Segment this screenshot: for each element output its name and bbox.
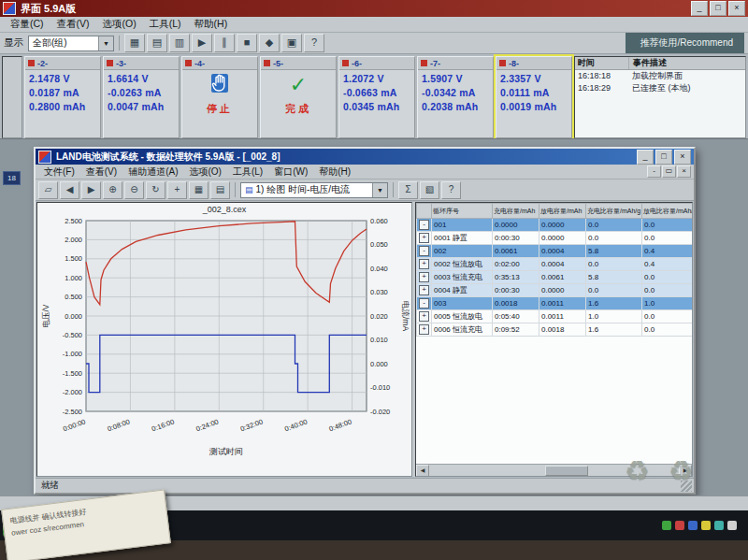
main-menu-item[interactable]: 选项(O) [96,17,143,32]
stats-icon[interactable]: Σ [398,181,418,199]
tray-icon[interactable] [727,521,737,530]
chart-plot[interactable]: 2.5002.0001.5001.0000.5000.000-0.500-1.0… [37,215,411,464]
expander-cell[interactable]: + [417,258,432,271]
mdi-close-button[interactable]: × [677,165,691,178]
child-menu-item[interactable]: 工具(L) [227,165,268,179]
child-minimize-button[interactable]: _ [637,150,654,165]
cycle-row[interactable]: -0010.00000.00000.00.0 [417,219,694,232]
expander-cell[interactable]: - [417,297,432,310]
cycle-row[interactable]: -0030.00180.00111.61.0 [417,297,694,310]
channel-panel-5[interactable]: -5-✓完成 [260,56,337,138]
tray-icon[interactable] [701,521,711,530]
step-row[interactable]: +0006 恒流充电0:09:520.00181.60.0 [417,323,694,337]
expand-icon[interactable]: + [419,272,429,282]
step-row[interactable]: +0003 恒流充电0:35:130.00615.80.0 [417,271,694,284]
tray-icon[interactable] [662,521,671,530]
channel-panel-6[interactable]: -6-1.2072 V-0.0663 mA0.0345 mAh [338,56,415,138]
child-menu-item[interactable]: 帮助(H) [313,165,356,179]
step-row[interactable]: +0004 静置0:00:300.00000.00.0 [417,284,694,297]
child-menu-item[interactable]: 窗口(W) [268,165,313,179]
monitor-icon[interactable]: ▦ [124,34,145,52]
expander-cell[interactable]: + [417,323,432,337]
expander-cell[interactable]: + [417,310,432,323]
collapse-icon[interactable]: - [419,220,429,230]
chart-icon[interactable]: ▤ [147,34,167,52]
close-button[interactable]: × [728,1,745,16]
tray-icon[interactable] [675,521,684,530]
expander-cell[interactable]: - [417,245,432,258]
event-log-row[interactable]: 16:18:29已连接至 (本地) [575,82,745,94]
column-header[interactable]: 循环序号 [432,204,493,219]
child-menu-item[interactable]: 辅助通道(A) [122,165,183,179]
pause-icon[interactable]: ∥ [214,34,235,52]
step-row[interactable]: +0002 恒流放电0:02:000.00040.00.4 [417,258,694,271]
table-icon[interactable]: ▤ [210,181,230,199]
tray-icon[interactable] [688,521,698,530]
expander-cell[interactable]: - [417,219,432,232]
crosshair-icon[interactable]: + [167,181,187,199]
minimize-button[interactable]: _ [691,1,708,16]
event-description-header[interactable]: 事件描述 [629,57,745,69]
print-icon[interactable]: ▣ [281,34,302,52]
expander-cell[interactable]: + [417,271,432,284]
main-menu-item[interactable]: 帮助(H) [188,17,235,32]
expand-icon[interactable]: + [419,285,429,295]
zoom-in-icon[interactable]: ⊕ [103,181,122,199]
expand-icon[interactable]: + [419,233,429,243]
view-selector[interactable]: ▤ 1) 绘图 时间-电压/电流 ▼ [240,182,388,198]
chevron-down-icon[interactable]: ▼ [372,183,387,197]
column-header[interactable]: 充电容量/mAh [493,204,539,219]
event-log-row[interactable]: 16:18:18加载控制界面 [575,70,745,82]
collapse-icon[interactable]: - [419,298,429,309]
child-menu-item[interactable]: 文件(F) [38,165,80,179]
help-icon[interactable]: ? [441,181,461,199]
zoom-out-icon[interactable]: ⊖ [124,181,144,199]
channel-panel-7[interactable]: -7-1.5907 V-0.0342 mA0.2038 mAh [417,56,494,138]
expander-cell[interactable]: + [417,232,432,245]
expand-icon[interactable]: + [419,259,429,269]
maximize-button[interactable]: □ [710,1,726,16]
child-maximize-button[interactable]: □ [655,150,672,165]
refresh-icon[interactable]: ↻ [146,181,165,199]
settings-icon[interactable]: ◆ [259,34,280,52]
scrollbar-thumb[interactable] [545,466,588,476]
scroll-left-icon[interactable]: ◀ [416,465,429,477]
forward-icon[interactable]: ▶ [81,181,101,199]
main-menu-item[interactable]: 容量(C) [4,17,50,32]
step-row[interactable]: +0001 静置0:00:300.00000.00.0 [417,232,694,245]
mdi-minimize-button[interactable]: - [647,165,661,178]
report-icon[interactable]: ▧ [420,181,439,199]
column-header[interactable] [417,204,432,219]
step-row[interactable]: +0005 恒流放电0:05:400.00111.00.0 [417,310,694,323]
display-select[interactable]: 全部(组) ▼ [28,36,114,51]
open-icon[interactable]: ▱ [38,181,58,199]
channel-panel-3[interactable]: -3-1.6614 V-0.0263 mA0.0047 mAh [103,56,180,138]
grid-icon[interactable]: ▦ [189,181,209,199]
child-titlebar[interactable]: LAND电池测试系统 - 数据处理软件 5.9A版 - [_002_8] _ □… [36,149,694,165]
event-time-header[interactable]: 时间 [575,57,629,69]
expand-icon[interactable]: + [419,324,429,335]
collapse-icon[interactable]: - [419,246,429,256]
chevron-down-icon[interactable]: ▼ [98,36,113,50]
dock-badge[interactable]: 18 [3,171,21,185]
child-close-button[interactable]: × [674,150,691,165]
cycle-row[interactable]: -0020.00610.00045.80.4 [417,245,694,258]
start-icon[interactable]: ▶ [192,34,212,52]
child-menu-item[interactable]: 查看(V) [80,165,122,179]
expander-cell[interactable]: + [417,284,432,297]
child-menu-item[interactable]: 选项(O) [183,165,226,179]
column-header[interactable]: 充电比容量/mAh/g [586,204,642,219]
channel-panel-4[interactable]: -4-停止 [181,56,258,138]
expand-icon[interactable]: + [419,311,429,322]
list-icon[interactable]: ▥ [169,34,190,52]
column-header[interactable]: 放电比容量/mAh/g [642,204,694,219]
channel-panel-8[interactable]: -8-2.3357 V0.0111 mA0.0019 mAh [496,56,572,138]
stop-icon[interactable]: ■ [237,34,257,52]
tray-icon[interactable] [714,521,724,530]
main-titlebar[interactable]: 界面 5.9A版 _ □ × [0,0,748,17]
channel-panel-2[interactable]: -2-2.1478 V0.0187 mA0.2800 mAh [24,56,101,138]
main-menu-item[interactable]: 工具(L) [143,17,188,32]
column-header[interactable]: 放电容量/mAh [539,204,586,219]
mdi-restore-button[interactable]: ▭ [662,165,676,178]
help-icon[interactable]: ? [304,34,324,52]
